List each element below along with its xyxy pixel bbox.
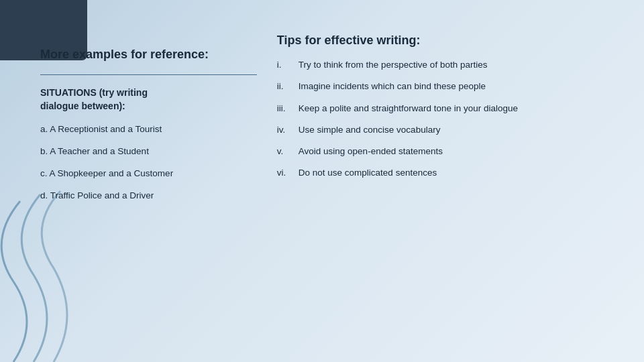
- tips-list: i. Try to think from the perspective of …: [277, 58, 604, 180]
- list-item: i. Try to think from the perspective of …: [277, 58, 604, 72]
- situations-label-line2: dialogue between):: [40, 101, 257, 111]
- list-item: d. Traffic Police and a Driver: [40, 190, 257, 202]
- tip-number: vi.: [277, 166, 299, 180]
- list-item: iii. Keep a polite and straightforward t…: [277, 102, 604, 115]
- tips-title: Tips for effective writing:: [277, 34, 604, 48]
- situation-list: a. A Receptionist and a Tourist b. A Tea…: [40, 123, 257, 202]
- tip-text: Try to think from the perspective of bot…: [299, 58, 604, 72]
- divider: [40, 74, 257, 75]
- tip-text: Avoid using open-ended statements: [299, 145, 604, 158]
- list-item: ii. Imagine incidents which can bind the…: [277, 80, 604, 93]
- right-column: Tips for effective writing: i. Try to th…: [277, 27, 604, 342]
- tip-number: ii.: [277, 80, 299, 93]
- list-item: vi. Do not use complicated sentences: [277, 166, 604, 180]
- tip-number: iii.: [277, 102, 299, 115]
- tip-text: Keep a polite and straightforward tone i…: [299, 102, 604, 115]
- situations-label-line1: SITUATIONS (try writing: [40, 87, 257, 98]
- tip-number: iv.: [277, 123, 299, 137]
- tip-text: Imagine incidents which can bind these p…: [299, 80, 604, 93]
- content-area: More examples for reference: SITUATIONS …: [0, 0, 644, 362]
- left-column: More examples for reference: SITUATIONS …: [40, 27, 277, 342]
- list-item: iv. Use simple and concise vocabulary: [277, 123, 604, 137]
- tip-text: Do not use complicated sentences: [299, 166, 604, 180]
- tip-text: Use simple and concise vocabulary: [299, 123, 604, 137]
- tip-number: i.: [277, 58, 299, 72]
- list-item: v. Avoid using open-ended statements: [277, 145, 604, 158]
- slide: More examples for reference: SITUATIONS …: [0, 0, 644, 362]
- list-item: b. A Teacher and a Student: [40, 145, 257, 158]
- heading: More examples for reference:: [40, 47, 257, 62]
- list-item: a. A Receptionist and a Tourist: [40, 123, 257, 136]
- tip-number: v.: [277, 145, 299, 158]
- list-item: c. A Shopkeeper and a Customer: [40, 168, 257, 180]
